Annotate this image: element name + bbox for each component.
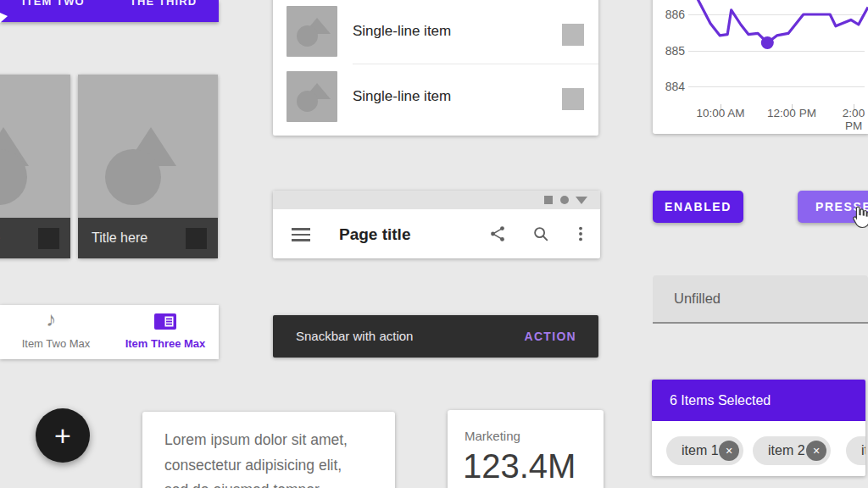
article-icon xyxy=(154,313,176,330)
overflow-icon[interactable] xyxy=(571,225,590,243)
chart-card: 886 885 884 10:00 AM 12:00 PM 2:00 PM xyxy=(653,0,868,134)
appbar-window-strip xyxy=(273,191,600,209)
chip-label: item 3 xyxy=(861,436,865,465)
chip-label: item 1 xyxy=(682,436,719,465)
circle-glyph-icon xyxy=(297,25,318,47)
media-title-bar: Title here xyxy=(78,218,218,258)
list-thumbnail xyxy=(287,71,337,122)
list-card: Single-line item Single-line item xyxy=(273,0,598,136)
tab-the-third[interactable]: THE THIRD xyxy=(130,0,197,8)
circle-icon xyxy=(560,196,569,204)
chart-highlight-dot xyxy=(761,36,774,49)
unfilled-text-field[interactable]: Unfilled xyxy=(653,275,868,324)
chip-item-2[interactable]: item 2 ✕ xyxy=(753,436,831,465)
menu-icon[interactable] xyxy=(292,228,310,241)
selection-header: 6 Items Selected xyxy=(652,380,865,421)
stat-label: Marketing xyxy=(465,429,520,443)
lorem-text: Lorem ipsum dolor sit amet, consectetur … xyxy=(164,428,348,488)
hand-cursor-icon xyxy=(851,205,868,230)
tab-bar: ITEM TWO THE THIRD xyxy=(0,0,219,22)
components-canvas: ITEM TWO THE THIRD Title here Title here… xyxy=(0,0,868,488)
list-divider xyxy=(353,64,598,64)
square-icon xyxy=(544,196,553,204)
media-card[interactable]: Title here xyxy=(78,75,218,258)
snackbar-action-button[interactable]: ACTION xyxy=(525,315,576,358)
search-icon[interactable] xyxy=(531,225,550,243)
selection-card: 6 Items Selected item 1 ✕ item 2 ✕ item … xyxy=(652,380,865,476)
chip-close-icon[interactable]: ✕ xyxy=(719,441,739,461)
media-title: Title here xyxy=(92,218,147,258)
text-field-placeholder: Unfilled xyxy=(674,275,721,322)
media-image-placeholder xyxy=(0,75,70,218)
chip-close-icon[interactable]: ✕ xyxy=(806,441,826,461)
bottom-nav-label: Item Three Max xyxy=(114,337,216,350)
page-title: Page title xyxy=(339,225,410,244)
media-image-placeholder xyxy=(78,75,218,218)
list-item-label: Single-line item xyxy=(353,6,451,57)
list-item-meta-square[interactable] xyxy=(562,88,584,110)
tab-bar-notch xyxy=(0,13,8,23)
list-item-label: Single-line item xyxy=(353,71,451,122)
chart-line-svg xyxy=(653,0,868,134)
list-item-meta-square[interactable] xyxy=(562,24,584,46)
share-icon[interactable] xyxy=(488,225,507,243)
selection-header-label: 6 Items Selected xyxy=(670,380,771,421)
bottom-nav: ♪ Item Two Max Item Three Max xyxy=(0,305,219,359)
chip-item-1[interactable]: item 1 ✕ xyxy=(666,436,743,465)
music-note-icon: ♪ xyxy=(46,308,56,331)
chip-item-3[interactable]: item 3 ✕ xyxy=(846,436,865,465)
media-action-square[interactable] xyxy=(38,228,59,249)
stat-card: Marketing 123.4M xyxy=(448,410,604,488)
snackbar: Snackbar with action ACTION xyxy=(273,315,598,358)
media-card-partial[interactable]: Title here xyxy=(0,75,70,258)
chip-label: item 2 xyxy=(768,436,805,465)
tab-item-two[interactable]: ITEM TWO xyxy=(22,0,85,8)
triangle-icon xyxy=(576,197,587,204)
plus-icon: + xyxy=(36,408,90,459)
appbar-card: Page title xyxy=(273,191,600,258)
enabled-button[interactable]: ENABLED xyxy=(653,191,743,223)
stat-value: 123.4M xyxy=(463,447,576,485)
circle-glyph-icon xyxy=(297,91,318,112)
circle-glyph-icon xyxy=(105,149,161,205)
list-thumbnail xyxy=(287,6,337,57)
media-title-bar: Title here xyxy=(0,218,70,258)
bottom-nav-label: Item Two Max xyxy=(5,337,107,350)
snackbar-message: Snackbar with action xyxy=(296,315,413,358)
fab-add-button[interactable]: + xyxy=(36,408,90,463)
media-action-square[interactable] xyxy=(186,228,207,249)
text-card: Lorem ipsum dolor sit amet, consectetur … xyxy=(142,412,395,488)
